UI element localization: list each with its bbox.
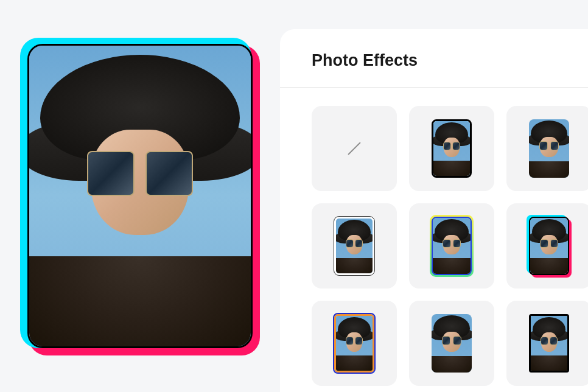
preview-image [27, 44, 253, 348]
preview-frame [24, 41, 256, 351]
preview-area [0, 0, 280, 392]
none-icon [348, 142, 360, 155]
divider [280, 87, 588, 88]
effect-thumbnail [432, 119, 472, 178]
effect-white-border[interactable] [312, 203, 397, 289]
effects-panel: Photo Effects [280, 29, 588, 392]
effect-thumbnail [334, 217, 374, 275]
effect-none[interactable] [312, 106, 397, 191]
effect-plain[interactable] [409, 301, 494, 386]
effect-thumbnail [529, 217, 569, 275]
effect-dual-stroke[interactable] [312, 301, 397, 386]
effect-thumbnail [432, 217, 472, 275]
panel-title: Photo Effects [312, 51, 564, 70]
effect-thumbnail [432, 314, 472, 373]
effect-thumbnail [529, 314, 569, 373]
effect-glitch[interactable] [506, 203, 588, 289]
portrait-illustration [29, 46, 251, 346]
effect-thumbnail [334, 314, 374, 373]
effect-thumbnail [529, 119, 569, 178]
effects-grid [312, 106, 564, 386]
effect-neon-gradient[interactable] [409, 203, 494, 289]
effect-black-border[interactable] [409, 106, 494, 191]
effect-bold-black[interactable] [506, 301, 588, 386]
effect-yellow-glow[interactable] [506, 106, 588, 191]
